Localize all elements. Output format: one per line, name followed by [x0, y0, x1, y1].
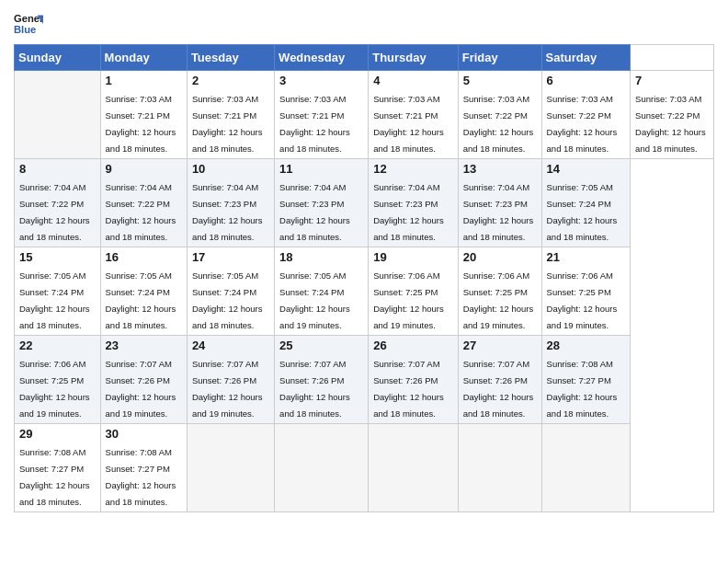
calendar-day-cell: 1Sunrise: 7:03 AMSunset: 7:21 PMDaylight…	[100, 71, 187, 159]
day-number: 20	[463, 250, 537, 264]
day-number: 28	[547, 339, 626, 352]
calendar-day-cell: 23Sunrise: 7:07 AMSunset: 7:26 PMDayligh…	[100, 336, 187, 424]
calendar-week-row: 8Sunrise: 7:04 AMSunset: 7:22 PMDaylight…	[15, 159, 714, 247]
header-day-friday: Friday	[458, 45, 541, 71]
calendar-day-cell: 4Sunrise: 7:03 AMSunset: 7:21 PMDaylight…	[369, 71, 459, 159]
calendar-day-cell: 9Sunrise: 7:04 AMSunset: 7:22 PMDaylight…	[100, 159, 187, 247]
day-info: Sunrise: 7:07 AMSunset: 7:26 PMDaylight:…	[463, 359, 534, 419]
day-info: Sunrise: 7:05 AMSunset: 7:24 PMDaylight:…	[547, 182, 618, 242]
day-number: 14	[547, 162, 626, 176]
day-number: 16	[106, 250, 182, 264]
day-number: 26	[373, 339, 453, 352]
day-number: 2	[192, 74, 269, 87]
header-day-sunday: Sunday	[15, 45, 101, 71]
day-info: Sunrise: 7:04 AMSunset: 7:23 PMDaylight:…	[192, 182, 263, 242]
calendar-day-cell	[369, 424, 459, 512]
calendar-day-cell: 25Sunrise: 7:07 AMSunset: 7:26 PMDayligh…	[275, 336, 369, 424]
day-number: 10	[192, 162, 269, 176]
calendar-week-row: 15Sunrise: 7:05 AMSunset: 7:24 PMDayligh…	[15, 247, 714, 336]
day-info: Sunrise: 7:04 AMSunset: 7:22 PMDaylight:…	[19, 182, 90, 242]
day-number: 17	[192, 250, 269, 264]
calendar-day-cell: 7Sunrise: 7:03 AMSunset: 7:22 PMDaylight…	[631, 71, 714, 159]
day-info: Sunrise: 7:08 AMSunset: 7:27 PMDaylight:…	[547, 359, 618, 419]
day-number: 3	[279, 74, 363, 87]
calendar-day-cell	[541, 424, 631, 512]
day-number: 7	[635, 74, 709, 87]
header-day-tuesday: Tuesday	[187, 45, 274, 71]
day-number: 24	[192, 339, 269, 352]
calendar-day-cell: 19Sunrise: 7:06 AMSunset: 7:25 PMDayligh…	[369, 247, 459, 336]
day-info: Sunrise: 7:06 AMSunset: 7:25 PMDaylight:…	[373, 270, 444, 330]
calendar-day-cell	[458, 424, 541, 512]
calendar-day-cell: 12Sunrise: 7:04 AMSunset: 7:23 PMDayligh…	[369, 159, 459, 247]
day-number: 30	[106, 427, 182, 441]
day-info: Sunrise: 7:08 AMSunset: 7:27 PMDaylight:…	[106, 447, 176, 507]
day-info: Sunrise: 7:03 AMSunset: 7:21 PMDaylight:…	[373, 94, 444, 154]
calendar-day-cell: 24Sunrise: 7:07 AMSunset: 7:26 PMDayligh…	[187, 336, 274, 424]
header-day-thursday: Thursday	[369, 45, 459, 71]
day-info: Sunrise: 7:03 AMSunset: 7:21 PMDaylight:…	[192, 94, 263, 154]
day-info: Sunrise: 7:07 AMSunset: 7:26 PMDaylight:…	[106, 359, 176, 419]
day-number: 5	[463, 74, 537, 87]
calendar-day-cell: 8Sunrise: 7:04 AMSunset: 7:22 PMDaylight…	[15, 159, 101, 247]
calendar-day-cell	[187, 424, 274, 512]
header: General Blue	[14, 9, 714, 39]
day-info: Sunrise: 7:03 AMSunset: 7:22 PMDaylight:…	[463, 94, 534, 154]
day-info: Sunrise: 7:05 AMSunset: 7:24 PMDaylight:…	[279, 270, 350, 330]
calendar-day-cell: 16Sunrise: 7:05 AMSunset: 7:24 PMDayligh…	[100, 247, 187, 336]
day-info: Sunrise: 7:08 AMSunset: 7:27 PMDaylight:…	[19, 447, 90, 507]
calendar-day-cell: 5Sunrise: 7:03 AMSunset: 7:22 PMDaylight…	[458, 71, 541, 159]
day-info: Sunrise: 7:05 AMSunset: 7:24 PMDaylight:…	[192, 270, 263, 330]
day-number: 6	[547, 74, 626, 87]
day-info: Sunrise: 7:07 AMSunset: 7:26 PMDaylight:…	[192, 359, 263, 419]
day-info: Sunrise: 7:05 AMSunset: 7:24 PMDaylight:…	[19, 270, 90, 330]
empty-cell	[15, 71, 101, 159]
header-day-saturday: Saturday	[541, 45, 631, 71]
logo-icon: General Blue	[14, 9, 43, 39]
calendar-day-cell: 3Sunrise: 7:03 AMSunset: 7:21 PMDaylight…	[275, 71, 369, 159]
day-number: 15	[19, 250, 96, 264]
calendar-week-row: 1Sunrise: 7:03 AMSunset: 7:21 PMDaylight…	[15, 71, 714, 159]
day-number: 12	[373, 162, 453, 176]
day-info: Sunrise: 7:03 AMSunset: 7:22 PMDaylight:…	[547, 94, 618, 154]
calendar-day-cell: 13Sunrise: 7:04 AMSunset: 7:23 PMDayligh…	[458, 159, 541, 247]
day-info: Sunrise: 7:04 AMSunset: 7:22 PMDaylight:…	[106, 182, 176, 242]
day-number: 21	[547, 250, 626, 264]
day-info: Sunrise: 7:03 AMSunset: 7:22 PMDaylight:…	[635, 94, 706, 154]
day-info: Sunrise: 7:04 AMSunset: 7:23 PMDaylight:…	[463, 182, 534, 242]
day-info: Sunrise: 7:03 AMSunset: 7:21 PMDaylight:…	[279, 94, 350, 154]
day-info: Sunrise: 7:06 AMSunset: 7:25 PMDaylight:…	[547, 270, 618, 330]
day-number: 27	[463, 339, 537, 352]
day-number: 23	[106, 339, 182, 352]
day-info: Sunrise: 7:06 AMSunset: 7:25 PMDaylight:…	[19, 359, 90, 419]
header-day-monday: Monday	[100, 45, 187, 71]
day-number: 18	[279, 250, 363, 264]
day-info: Sunrise: 7:05 AMSunset: 7:24 PMDaylight:…	[106, 270, 176, 330]
svg-text:Blue: Blue	[14, 24, 36, 35]
day-number: 22	[19, 339, 96, 352]
calendar-day-cell: 30Sunrise: 7:08 AMSunset: 7:27 PMDayligh…	[100, 424, 187, 512]
day-info: Sunrise: 7:03 AMSunset: 7:21 PMDaylight:…	[106, 94, 176, 154]
day-number: 4	[373, 74, 453, 87]
day-number: 25	[279, 339, 363, 352]
calendar-day-cell: 27Sunrise: 7:07 AMSunset: 7:26 PMDayligh…	[458, 336, 541, 424]
calendar-header-row: SundayMondayTuesdayWednesdayThursdayFrid…	[15, 45, 714, 71]
day-number: 19	[373, 250, 453, 264]
header-day-wednesday: Wednesday	[275, 45, 369, 71]
day-number: 13	[463, 162, 537, 176]
calendar-day-cell: 20Sunrise: 7:06 AMSunset: 7:25 PMDayligh…	[458, 247, 541, 336]
day-info: Sunrise: 7:07 AMSunset: 7:26 PMDaylight:…	[373, 359, 444, 419]
svg-text:General: General	[14, 13, 43, 24]
calendar-day-cell: 17Sunrise: 7:05 AMSunset: 7:24 PMDayligh…	[187, 247, 274, 336]
calendar-day-cell: 22Sunrise: 7:06 AMSunset: 7:25 PMDayligh…	[15, 336, 101, 424]
day-info: Sunrise: 7:07 AMSunset: 7:26 PMDaylight:…	[279, 359, 350, 419]
calendar-week-row: 22Sunrise: 7:06 AMSunset: 7:25 PMDayligh…	[15, 336, 714, 424]
calendar-day-cell: 6Sunrise: 7:03 AMSunset: 7:22 PMDaylight…	[541, 71, 631, 159]
calendar-day-cell: 14Sunrise: 7:05 AMSunset: 7:24 PMDayligh…	[541, 159, 631, 247]
calendar-day-cell: 10Sunrise: 7:04 AMSunset: 7:23 PMDayligh…	[187, 159, 274, 247]
day-number: 9	[106, 162, 182, 176]
day-number: 1	[106, 74, 182, 87]
calendar-day-cell: 18Sunrise: 7:05 AMSunset: 7:24 PMDayligh…	[275, 247, 369, 336]
day-number: 29	[19, 427, 96, 441]
day-info: Sunrise: 7:04 AMSunset: 7:23 PMDaylight:…	[373, 182, 444, 242]
